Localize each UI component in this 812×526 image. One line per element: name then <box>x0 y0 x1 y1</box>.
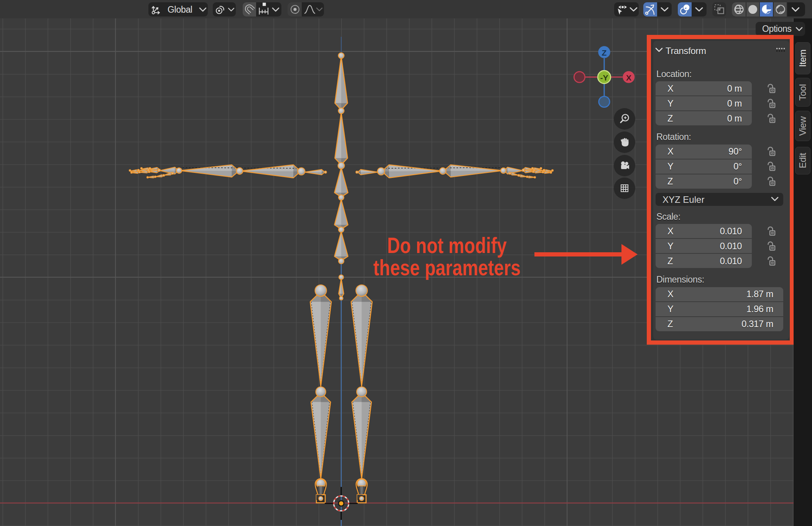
svg-text:X: X <box>626 73 631 82</box>
svg-text:Z: Z <box>602 48 607 57</box>
svg-text:-Y: -Y <box>600 73 608 82</box>
